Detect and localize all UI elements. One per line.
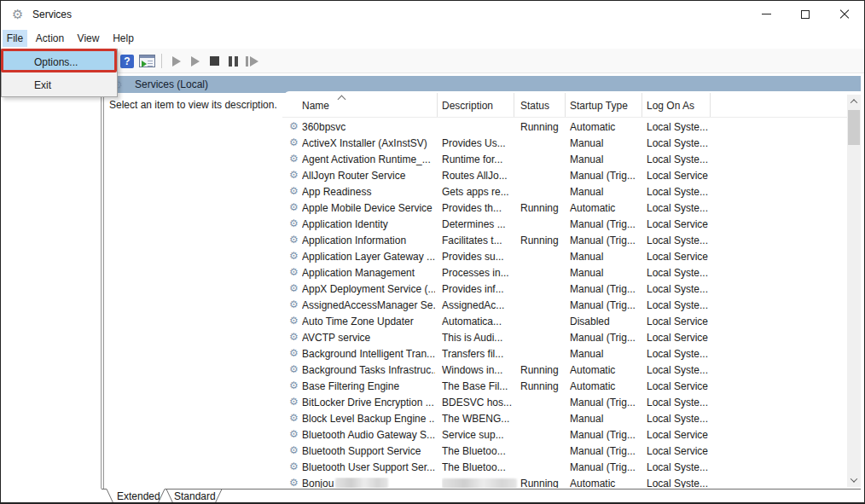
service-status: Running xyxy=(520,380,563,392)
menu-item-exit[interactable]: Exit xyxy=(3,74,116,96)
service-row[interactable]: ⚙ Bluetooth Support Service The Bluetoo.… xyxy=(282,443,861,460)
service-row[interactable]: ⚙ Base Filtering Engine The Base Fil... … xyxy=(282,379,861,395)
column-divider[interactable] xyxy=(710,93,711,117)
play-icon xyxy=(172,56,181,67)
restart-service-button[interactable] xyxy=(242,52,261,70)
column-divider[interactable] xyxy=(514,93,514,117)
service-row[interactable]: ⚙ AppX Deployment Service (... Provides … xyxy=(282,281,861,298)
service-row[interactable]: ⚙ AllJoyn Router Service Routes AllJo...… xyxy=(282,168,861,184)
service-startup-type: Manual xyxy=(570,251,643,263)
view-tabs: Extended Standard xyxy=(102,489,861,504)
service-gear-icon: ⚙ xyxy=(289,397,299,408)
service-status: Running xyxy=(520,478,563,488)
maximize-icon xyxy=(801,10,810,19)
service-gear-icon: ⚙ xyxy=(289,267,299,278)
service-startup-type: Manual (Trig... xyxy=(570,235,643,246)
service-description xyxy=(442,478,519,488)
service-row[interactable]: ⚙ Application Management Processes in...… xyxy=(282,265,861,281)
menu-action[interactable]: Action xyxy=(32,30,67,47)
pause-service-button[interactable] xyxy=(224,52,242,70)
services-window: ⚙ Services File Action View Help ? xyxy=(0,0,865,504)
vertical-scrollbar[interactable] xyxy=(847,95,861,487)
start-service-alt-button[interactable] xyxy=(186,52,205,70)
service-description: AssignedAc... xyxy=(442,299,519,311)
service-gear-icon: ⚙ xyxy=(289,380,299,391)
service-row[interactable]: ⚙ Background Tasks Infrastruc... Windows… xyxy=(282,362,861,379)
service-name: Apple Mobile Device Service xyxy=(302,202,435,214)
service-startup-type: Manual (Trig... xyxy=(570,461,643,473)
column-header-description[interactable]: Description xyxy=(442,100,493,112)
minimize-icon xyxy=(762,14,771,14)
minimize-button[interactable] xyxy=(746,1,786,27)
service-gear-icon: ⚙ xyxy=(289,186,299,197)
close-button[interactable] xyxy=(825,1,864,27)
menu-help[interactable]: Help xyxy=(109,30,137,47)
service-gear-icon: ⚙ xyxy=(289,364,299,375)
service-row[interactable]: ⚙ Apple Mobile Device Service Provides t… xyxy=(282,200,861,217)
maximize-button[interactable] xyxy=(786,1,825,27)
service-name: ActiveX Installer (AxInstSV) xyxy=(302,137,435,149)
service-startup-type: Manual xyxy=(570,348,643,360)
services-list-panel: Name Description Status Startup Type Log… xyxy=(282,91,861,488)
service-name: BitLocker Drive Encryption ... xyxy=(302,397,435,408)
service-status: Running xyxy=(520,121,563,133)
service-logon: Local Syste... xyxy=(647,461,713,473)
start-service-button[interactable] xyxy=(167,52,186,70)
help-button[interactable]: ? xyxy=(118,52,136,70)
service-logon: Local Syste... xyxy=(647,267,713,279)
service-row[interactable]: ⚙ Bluetooth User Support Ser... The Blue… xyxy=(282,460,861,476)
stop-service-button[interactable] xyxy=(205,52,224,70)
service-logon: Local Service xyxy=(647,316,713,327)
service-row[interactable]: ⚙ Block Level Backup Engine ... The WBEN… xyxy=(282,411,861,427)
column-divider[interactable] xyxy=(641,93,642,117)
menu-file[interactable]: File xyxy=(3,30,27,47)
scrollbar-thumb[interactable] xyxy=(848,110,860,145)
sort-ascending-icon xyxy=(338,96,346,104)
close-icon xyxy=(839,9,850,20)
service-startup-type: Manual (Trig... xyxy=(570,218,643,230)
service-row[interactable]: ⚙ Agent Activation Runtime_... Runtime f… xyxy=(282,152,861,168)
service-logon: Local Service xyxy=(647,170,713,182)
column-header-startup-type[interactable]: Startup Type xyxy=(570,100,628,112)
service-row[interactable]: ⚙ Bluetooth Audio Gateway S... Service s… xyxy=(282,427,861,443)
scroll-down-button[interactable] xyxy=(847,473,861,487)
service-row[interactable]: ⚙ 360bpsvc Running Automatic Local Syste… xyxy=(282,119,861,136)
scroll-up-button[interactable] xyxy=(847,95,861,108)
column-header-logon[interactable]: Log On As xyxy=(647,100,694,112)
service-row[interactable]: ⚙ Background Intelligent Tran... Transfe… xyxy=(282,346,861,362)
column-divider[interactable] xyxy=(437,93,438,117)
console-window-button[interactable] xyxy=(137,52,156,70)
service-startup-type: Automatic xyxy=(570,380,643,392)
service-logon: Local Syste... xyxy=(647,348,713,360)
service-row[interactable]: ⚙ BitLocker Drive Encryption ... BDESVC … xyxy=(282,395,861,411)
service-gear-icon: ⚙ xyxy=(289,478,299,488)
service-name: Bluetooth Support Service xyxy=(302,445,435,457)
service-row[interactable]: ⚙ App Readiness Gets apps re... Manual L… xyxy=(282,184,861,200)
column-header-status[interactable]: Status xyxy=(520,100,549,112)
service-row[interactable]: ⚙ ActiveX Installer (AxInstSV) Provides … xyxy=(282,136,861,152)
service-description: Runtime for... xyxy=(442,154,519,165)
menu-view[interactable]: View xyxy=(73,30,103,47)
service-row[interactable]: ⚙ AssignedAccessManager Se... AssignedAc… xyxy=(282,298,861,314)
service-startup-type: Automatic xyxy=(570,202,643,214)
service-row[interactable]: ⚙ Application Layer Gateway ... Provides… xyxy=(282,249,861,265)
service-description: The WBENG... xyxy=(442,413,519,425)
tab-extended[interactable]: Extended xyxy=(117,490,160,502)
service-row[interactable]: ⚙ Application Information Facilitates t.… xyxy=(282,233,861,249)
service-row[interactable]: ⚙ Auto Time Zone Updater Automatica... D… xyxy=(282,314,861,330)
service-row[interactable]: ⚙ Bonjou Running Automatic Local Syste..… xyxy=(282,476,861,488)
service-status: Running xyxy=(520,202,563,214)
service-description: The Bluetoo... xyxy=(442,461,519,473)
service-row[interactable]: ⚙ Application Identity Determines ... Ma… xyxy=(282,217,861,233)
play-icon xyxy=(191,56,200,67)
service-row[interactable]: ⚙ AVCTP service This is Audi... Manual (… xyxy=(282,330,861,346)
service-logon: Local Syste... xyxy=(647,121,713,133)
tab-standard[interactable]: Standard xyxy=(174,490,216,502)
service-startup-type: Manual (Trig... xyxy=(570,283,643,295)
column-divider[interactable] xyxy=(565,93,566,117)
column-header-name[interactable]: Name xyxy=(302,100,329,112)
service-name: 360bpsvc xyxy=(302,121,435,133)
menu-item-options[interactable]: Options... xyxy=(3,51,116,72)
service-description: Automatica... xyxy=(442,316,519,327)
toolbar-separator xyxy=(161,54,162,68)
